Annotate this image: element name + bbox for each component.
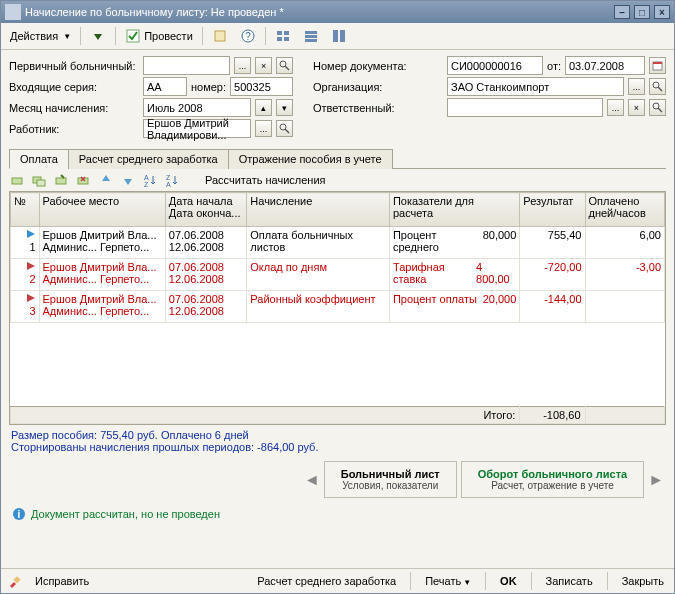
nav-turnover[interactable]: Оборот больничного листаРасчет, отражени…: [461, 461, 644, 498]
delete-row-button[interactable]: [75, 171, 93, 189]
help-button[interactable]: ?: [235, 25, 261, 47]
col-dates[interactable]: Дата началаДата оконча...: [165, 193, 246, 227]
magnifier-icon: [279, 123, 290, 134]
layout2-icon: [303, 28, 319, 44]
table-row[interactable]: 1Ершов Дмитрий Вла...Админис... Герпето.…: [11, 227, 665, 259]
edit-row-button[interactable]: [53, 171, 71, 189]
sort-asc-button[interactable]: AZ: [141, 171, 159, 189]
primary-select-button[interactable]: ...: [234, 57, 251, 74]
col-paid[interactable]: Оплачено дней/часов: [585, 193, 665, 227]
move-down-button[interactable]: [119, 171, 137, 189]
nav-sick-list[interactable]: Больничный листУсловия, показатели: [324, 461, 457, 498]
minimize-button[interactable]: –: [614, 5, 630, 19]
primary-lookup-button[interactable]: [276, 57, 293, 74]
date-calendar-button[interactable]: [649, 57, 666, 74]
docnum-input[interactable]: СИ000000016: [447, 56, 543, 75]
tab-average[interactable]: Расчет среднего заработка: [68, 149, 229, 169]
worker-label: Работник:: [9, 123, 139, 135]
number-label: номер:: [191, 81, 226, 93]
series-input[interactable]: АА: [143, 77, 187, 96]
summary-text: Размер пособия: 755,40 руб. Оплачено 6 д…: [1, 425, 674, 457]
svg-text:A: A: [166, 181, 171, 188]
svg-rect-34: [13, 576, 20, 583]
data-grid: № Рабочее место Дата началаДата оконча..…: [9, 191, 666, 425]
svg-text:A: A: [144, 174, 149, 181]
resp-select-button[interactable]: ...: [607, 99, 624, 116]
svg-text:Z: Z: [166, 174, 171, 181]
svg-text:i: i: [18, 509, 21, 520]
svg-rect-8: [305, 31, 317, 34]
date-input[interactable]: 03.07.2008: [565, 56, 645, 75]
primary-label: Первичный больничный:: [9, 60, 139, 72]
sort-desc-button[interactable]: ZA: [163, 171, 181, 189]
series-label: Входящие серия:: [9, 81, 139, 93]
ok-button[interactable]: OK: [496, 573, 521, 589]
svg-rect-4: [277, 31, 282, 35]
resp-input[interactable]: [447, 98, 603, 117]
close-button[interactable]: ×: [654, 5, 670, 19]
notes-icon: [212, 28, 228, 44]
notes-button[interactable]: [207, 25, 233, 47]
primary-input[interactable]: [143, 56, 230, 75]
recalculate-button[interactable]: Рассчитать начисления: [201, 172, 330, 188]
primary-clear-button[interactable]: ×: [255, 57, 272, 74]
col-accrual[interactable]: Начисление: [247, 193, 390, 227]
worker-lookup-button[interactable]: [276, 120, 293, 137]
col-num[interactable]: №: [11, 193, 40, 227]
svg-text:Z: Z: [144, 181, 149, 188]
layout3-button[interactable]: [326, 25, 352, 47]
worker-select-button[interactable]: ...: [255, 120, 272, 137]
info-icon: i: [11, 506, 27, 522]
calendar-icon: [652, 60, 663, 71]
col-indicators[interactable]: Показатели для расчета: [389, 193, 519, 227]
bottom-toolbar: Исправить Расчет среднего заработка Печа…: [1, 568, 674, 593]
resp-clear-button[interactable]: ×: [628, 99, 645, 116]
svg-rect-6: [284, 31, 289, 35]
actions-menu[interactable]: Действия▼: [5, 27, 76, 45]
worker-input[interactable]: Ершов Дмитрий Владимирови...: [143, 119, 251, 138]
from-label: от:: [547, 60, 561, 72]
nav-prev-button[interactable]: ◄: [304, 471, 320, 489]
table-row[interactable]: 2Ершов Дмитрий Вла...Админис... Герпето.…: [11, 259, 665, 291]
resp-lookup-button[interactable]: [649, 99, 666, 116]
svg-rect-23: [12, 178, 22, 184]
magnifier-icon: [652, 102, 663, 113]
col-workplace[interactable]: Рабочее место: [39, 193, 165, 227]
month-up-button[interactable]: ▴: [255, 99, 272, 116]
nav-next-button[interactable]: ►: [648, 471, 664, 489]
print-menu[interactable]: Печать▼: [421, 573, 475, 589]
add-row-button[interactable]: [9, 171, 27, 189]
tab-reflection[interactable]: Отражение пособия в учете: [228, 149, 393, 169]
resp-label: Ответственный:: [313, 102, 443, 114]
layout2-button[interactable]: [298, 25, 324, 47]
col-result[interactable]: Результат: [520, 193, 585, 227]
table-row[interactable]: 3Ершов Дмитрий Вла...Админис... Герпето.…: [11, 291, 665, 323]
org-lookup-button[interactable]: [649, 78, 666, 95]
org-select-button[interactable]: ...: [628, 78, 645, 95]
save-button[interactable]: Записать: [542, 573, 597, 589]
fix-button[interactable]: Исправить: [31, 573, 93, 589]
svg-rect-16: [653, 62, 662, 64]
copy-row-button[interactable]: [31, 171, 49, 189]
number-input[interactable]: 500325: [230, 77, 293, 96]
maximize-button[interactable]: □: [634, 5, 650, 19]
layout1-button[interactable]: [270, 25, 296, 47]
month-select[interactable]: Июль 2008: [143, 98, 251, 117]
close-doc-button[interactable]: Закрыть: [618, 573, 668, 589]
move-up-button[interactable]: [97, 171, 115, 189]
window-title: Начисление по больничному листу: Не пров…: [25, 6, 614, 18]
svg-rect-26: [56, 178, 66, 184]
docnum-label: Номер документа:: [313, 60, 443, 72]
main-toolbar: Действия▼ Провести ?: [1, 23, 674, 50]
go-down-button[interactable]: [85, 25, 111, 47]
help-icon: ?: [240, 28, 256, 44]
avg-calc-button[interactable]: Расчет среднего заработка: [253, 573, 400, 589]
month-down-button[interactable]: ▾: [276, 99, 293, 116]
svg-rect-7: [284, 37, 289, 41]
org-input[interactable]: ЗАО Станкоимпорт: [447, 77, 624, 96]
post-icon: [125, 28, 141, 44]
magnifier-icon: [652, 81, 663, 92]
post-button[interactable]: Провести: [120, 25, 198, 47]
tab-payment[interactable]: Оплата: [9, 149, 69, 169]
svg-rect-25: [37, 180, 45, 186]
